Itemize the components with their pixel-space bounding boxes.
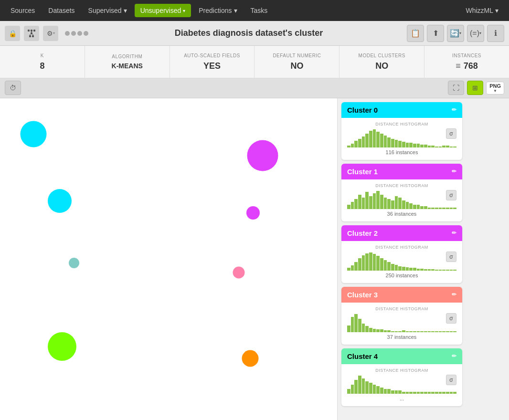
code-icon[interactable]: (=) ▾ [467, 25, 484, 42]
sigma-button-3[interactable]: σ [446, 313, 456, 324]
sigma-button-0[interactable]: σ [446, 128, 456, 139]
cluster-dot-4[interactable] [69, 258, 79, 268]
hist-bar [446, 331, 449, 332]
hist-bar [406, 331, 409, 332]
hist-bar [409, 392, 413, 393]
nav-sources[interactable]: Sources [5, 4, 41, 17]
hist-bar [428, 269, 431, 271]
info-icon[interactable]: ℹ [487, 25, 504, 42]
cluster-dot-6[interactable] [48, 332, 76, 361]
hist-bar [409, 331, 413, 332]
right-section: Cluster 0✏DISTANCE HISTOGRAMσ116 instanc… [337, 98, 509, 420]
page-title: Diabetes diagnosis dataset's cluster [95, 28, 403, 38]
cluster-instances-3: 37 instances [347, 334, 456, 340]
hist-bar [380, 258, 383, 270]
hist-bar [428, 146, 431, 147]
hist-bar [391, 200, 394, 209]
hist-bar [351, 317, 354, 332]
dist-label-3: DISTANCE HISTOGRAM [347, 306, 456, 311]
histogram-3: σ [347, 313, 456, 332]
hist-bar [413, 144, 416, 147]
user-menu[interactable]: WhizzML ▾ [460, 4, 504, 17]
cluster-instances-4: ... [347, 396, 456, 401]
hist-bar [424, 392, 427, 393]
cluster-dot-7[interactable] [242, 350, 259, 367]
hist-bar [409, 268, 413, 270]
nav-predictions[interactable]: Predictions ▾ [193, 4, 243, 17]
cluster-edit-4[interactable]: ✏ [452, 353, 456, 359]
refresh-icon[interactable]: 🔄 ▾ [447, 25, 464, 42]
cluster-dot-1[interactable] [247, 140, 278, 171]
scatter-view-button[interactable]: ⛶ [448, 81, 464, 95]
cluster-edit-3[interactable]: ✏ [452, 291, 456, 298]
stat-model-clusters-value: NO [375, 61, 388, 71]
hist-bar [362, 136, 365, 147]
cluster-edit-0[interactable]: ✏ [452, 106, 456, 113]
settings-icon[interactable]: ⚙ ▾ [43, 26, 58, 41]
hist-bar [413, 392, 416, 393]
cluster-label-2: Cluster 2 [347, 229, 378, 237]
hist-bar [387, 199, 391, 209]
cluster-edit-2[interactable]: ✏ [452, 230, 456, 236]
cluster-dot-2[interactable] [48, 189, 72, 213]
histogram-2: σ [347, 252, 456, 271]
hist-bar [420, 331, 424, 332]
user-chevron: ▾ [495, 7, 498, 14]
hist-bar [373, 329, 376, 332]
hist-bar [376, 256, 380, 270]
upload-icon[interactable]: ⬆ [427, 25, 444, 42]
hist-bar [376, 132, 380, 147]
sigma-button-4[interactable]: σ [446, 375, 456, 385]
nav-tasks[interactable]: Tasks [245, 4, 274, 17]
sigma-button-2[interactable]: σ [446, 252, 456, 262]
hist-bar [347, 326, 350, 332]
png-download-button[interactable]: PNG ▼ [486, 82, 504, 94]
hist-bar [347, 389, 350, 394]
hist-bar [450, 270, 453, 271]
nav-datasets[interactable]: Datasets [42, 4, 80, 17]
cluster-dot-3[interactable] [246, 206, 260, 220]
hist-bar [387, 262, 391, 271]
hist-bar [384, 260, 387, 271]
hist-bar [351, 265, 354, 270]
cluster-dot-5[interactable] [233, 266, 245, 278]
hist-bar [428, 208, 431, 209]
cluster-card-4: Cluster 4✏DISTANCE HISTOGRAMσ... [341, 348, 462, 406]
cluster-dot-0[interactable] [21, 121, 47, 147]
nav-supervised[interactable]: Supervised ▾ [83, 4, 133, 17]
content-wrapper: ⏱ ⛶ ⊞ PNG ▼ Cluster 0✏DISTANCE HISTOGRAM… [0, 78, 509, 420]
stat-instances-label: Instances [452, 53, 481, 58]
hist-bar [351, 144, 354, 147]
stat-algorithm-label: Algorithm [112, 54, 142, 59]
model-structure-icon[interactable] [24, 26, 39, 41]
hist-bar [391, 390, 394, 393]
hist-bar [398, 390, 402, 393]
grid-view-button[interactable]: ⊞ [467, 81, 483, 95]
sigma-button-1[interactable]: σ [446, 190, 456, 200]
hist-bar [395, 390, 398, 393]
hist-bar [387, 137, 391, 147]
hist-bar [398, 266, 402, 271]
hist-bar [365, 326, 369, 332]
hist-bar [453, 331, 456, 332]
cluster-edit-1[interactable]: ✏ [452, 168, 456, 175]
hist-bar [365, 381, 369, 393]
hist-bar [387, 330, 391, 332]
cluster-label-4: Cluster 4 [347, 352, 378, 360]
hist-bar [439, 331, 442, 332]
hist-bar [369, 252, 372, 271]
nav-unsupervised[interactable]: Unsupervised ▾ [135, 4, 191, 17]
hist-bar [453, 147, 456, 147]
hist-bar [446, 270, 449, 271]
hist-bar [431, 392, 435, 393]
hist-bar [435, 147, 438, 147]
hist-bar [409, 203, 413, 209]
timer-button[interactable]: ⏱ [5, 81, 21, 95]
download-icon[interactable]: 📋 [407, 25, 424, 42]
hist-bar [450, 147, 453, 147]
hist-bar [391, 139, 394, 147]
cluster-instances-2: 250 instances [347, 273, 456, 278]
hist-bar [406, 267, 409, 270]
hist-bar [384, 136, 387, 147]
hist-bar [431, 146, 435, 147]
